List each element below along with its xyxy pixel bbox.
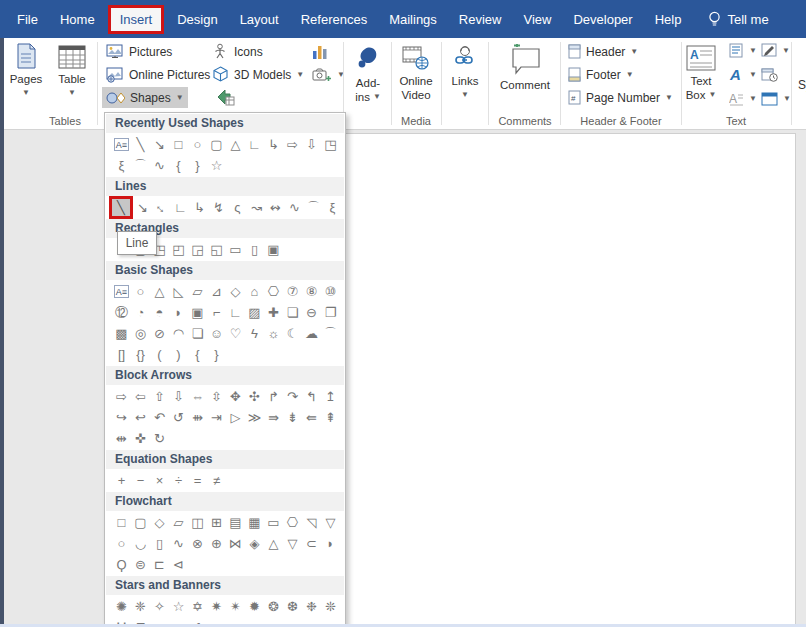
- shape-cross[interactable]: ✚: [264, 303, 283, 323]
- shape-freeform[interactable]: ⌒: [304, 198, 323, 218]
- shape-bent-arrow[interactable]: ↱: [264, 387, 283, 407]
- shape-curved-double-arrow-connector[interactable]: ↭: [266, 198, 285, 218]
- shape-left-right-arrow-callout[interactable]: ⇹: [112, 429, 131, 449]
- shape-punched-tape[interactable]: ∿: [169, 534, 188, 554]
- shape-internal-storage[interactable]: ⊞: [207, 513, 226, 533]
- shape-right-arrow-callout[interactable]: ⇛: [264, 408, 283, 428]
- shape-circular-arrow[interactable]: ↻: [150, 429, 169, 449]
- shape-down-arrow-callout[interactable]: ⇟: [283, 408, 302, 428]
- shape-plaque[interactable]: ❏: [283, 303, 302, 323]
- shape-teardrop[interactable]: ◗: [169, 303, 188, 323]
- shape-donut[interactable]: ◎: [131, 324, 150, 344]
- shape-terminator[interactable]: ▭: [264, 513, 283, 533]
- shape-display[interactable]: ⊲: [169, 555, 188, 575]
- shape-star-8-point[interactable]: ✴: [226, 597, 245, 617]
- date-time-button[interactable]: [757, 64, 782, 85]
- shape-striped-right-arrow[interactable]: ⇻: [188, 408, 207, 428]
- shape-left-right-up-arrow[interactable]: ✣: [245, 387, 264, 407]
- table-button[interactable]: Table ▼: [50, 42, 94, 100]
- shape-isosceles-triangle[interactable]: △: [226, 135, 245, 155]
- shape-u-turn-arrow[interactable]: ↷: [283, 387, 302, 407]
- shape-star-12-point[interactable]: ❂: [264, 597, 283, 617]
- wordart-button[interactable]: A ▼: [725, 64, 761, 85]
- shape-right-brace[interactable]: }: [188, 156, 207, 176]
- shape-round-corner-rectangle[interactable]: ◳: [321, 135, 340, 155]
- shape-snip-same-side-corner-rectangle[interactable]: ◰: [169, 240, 188, 260]
- shape-math-plus[interactable]: +: [112, 471, 131, 491]
- shape-scribble[interactable]: ξ: [112, 156, 131, 176]
- shape-cloud[interactable]: ☁: [302, 324, 321, 344]
- shape-cube[interactable]: ❐: [321, 303, 340, 323]
- shape-star-16-point[interactable]: ❆: [283, 597, 302, 617]
- pages-button[interactable]: Pages ▼: [6, 42, 46, 100]
- quick-parts-button[interactable]: ▼: [725, 40, 761, 61]
- shape-delay[interactable]: ◗: [321, 534, 340, 554]
- shape-left-up-arrow[interactable]: ↰: [302, 387, 321, 407]
- shape-lightning-bolt[interactable]: ϟ: [245, 324, 264, 344]
- footer-button[interactable]: Footer ▼: [564, 64, 638, 85]
- shape-isosceles-triangle[interactable]: △: [150, 282, 169, 302]
- links-button[interactable]: Links ▼: [445, 42, 485, 102]
- shape-octagon[interactable]: ⑧: [302, 282, 321, 302]
- shape-multidocument[interactable]: ▦: [245, 513, 264, 533]
- shape-scribble[interactable]: ξ: [323, 198, 342, 218]
- shape-connector[interactable]: ○: [112, 534, 131, 554]
- shape-notched-right-arrow[interactable]: ⇥: [207, 408, 226, 428]
- shape-arc[interactable]: ⌒: [321, 324, 340, 344]
- shape-summing-junction[interactable]: ⊗: [188, 534, 207, 554]
- shape-math-multiply[interactable]: ×: [150, 471, 169, 491]
- shape-or[interactable]: ⊕: [207, 534, 226, 554]
- tab-file[interactable]: File: [6, 8, 49, 31]
- shape-sequential-access-storage[interactable]: Ϙ: [112, 555, 131, 575]
- shape-star-10-point[interactable]: ✹: [245, 597, 264, 617]
- shape-diamond[interactable]: ◇: [226, 282, 245, 302]
- shape-bevel[interactable]: ▩: [112, 324, 131, 344]
- tab-layout[interactable]: Layout: [229, 8, 290, 31]
- chart-button[interactable]: [308, 41, 332, 62]
- shape-up-down-arrow[interactable]: ⇳: [207, 387, 226, 407]
- shape-merge[interactable]: ▽: [283, 534, 302, 554]
- shape-math-division[interactable]: ÷: [169, 471, 188, 491]
- comment-button[interactable]: Comment: [496, 42, 554, 92]
- shape-direct-access-storage[interactable]: ⊏: [150, 555, 169, 575]
- drop-cap-button[interactable]: A ▼: [725, 88, 761, 109]
- shape-left-brace[interactable]: {: [169, 156, 188, 176]
- shape-arrow[interactable]: ↘: [150, 135, 169, 155]
- shape-star-32-point[interactable]: ❊: [321, 597, 340, 617]
- shape-math-not-equal[interactable]: ≠: [207, 471, 226, 491]
- shape-curved-right-arrow[interactable]: ↪: [112, 408, 131, 428]
- shape-trapezoid[interactable]: ⊿: [207, 282, 226, 302]
- shape-smiley-face[interactable]: ☺: [207, 324, 226, 344]
- shape-moon[interactable]: ☾: [283, 324, 302, 344]
- shape-elbow-arrow-connector[interactable]: ↳: [264, 135, 283, 155]
- shape-alternate-process[interactable]: ▢: [131, 513, 150, 533]
- shape-left-arrow-callout[interactable]: ⇚: [302, 408, 321, 428]
- shape-data[interactable]: ▱: [169, 513, 188, 533]
- shape-frame[interactable]: ▣: [188, 303, 207, 323]
- shape-parallelogram[interactable]: ▱: [188, 282, 207, 302]
- tab-references[interactable]: References: [290, 8, 378, 31]
- tab-mailings[interactable]: Mailings: [378, 8, 448, 31]
- shape-double-brace[interactable]: {}: [131, 345, 150, 365]
- shape-down-arrow[interactable]: ⇩: [169, 387, 188, 407]
- shape-stored-data[interactable]: ⊂: [302, 534, 321, 554]
- shape-up-arrow-callout[interactable]: ⇞: [321, 408, 340, 428]
- shape-left-bracket[interactable]: (: [150, 345, 169, 365]
- shape-card[interactable]: ▯: [150, 534, 169, 554]
- shape-arc[interactable]: ⌒: [131, 156, 150, 176]
- shape-process[interactable]: □: [112, 513, 131, 533]
- shape-curved-arrow-connector[interactable]: ↝: [247, 198, 266, 218]
- shape-quad-arrow[interactable]: ✥: [226, 387, 245, 407]
- shape-heptagon[interactable]: ⑦: [283, 282, 302, 302]
- shape-left-arrow[interactable]: ⇦: [131, 387, 150, 407]
- shape-right-triangle[interactable]: ◺: [169, 282, 188, 302]
- shape-right-arrow[interactable]: ⇨: [112, 387, 131, 407]
- shape-curved-connector[interactable]: ς: [228, 198, 247, 218]
- shape-pentagon-arrow[interactable]: ▷: [226, 408, 245, 428]
- shape-decagon[interactable]: ⑩: [321, 282, 340, 302]
- shape-up-arrow[interactable]: ⇧: [150, 387, 169, 407]
- shape-quad-arrow-callout[interactable]: ✜: [131, 429, 150, 449]
- shape-line[interactable]: ╲: [131, 135, 150, 155]
- shape-right-arrow[interactable]: ⇨: [283, 135, 302, 155]
- shape-folded-corner[interactable]: ❏: [188, 324, 207, 344]
